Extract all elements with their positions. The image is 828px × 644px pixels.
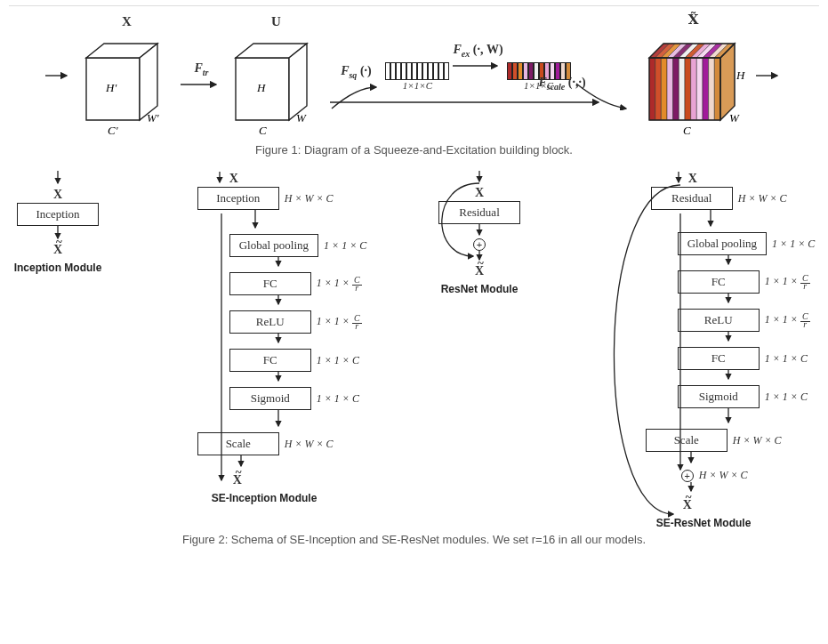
seres-dim-11c-3: 1 × 1 × C <box>765 390 808 404</box>
dim-W2: W <box>729 111 740 125</box>
seres-label-X: X <box>688 172 697 186</box>
dim-H2: H <box>736 68 745 82</box>
seres-dim-hwc-3: H × W × C <box>699 469 748 482</box>
seinc-dim-11cr-1: 1 × 1 × Cr <box>317 276 362 292</box>
dim-Cp: C' <box>108 124 118 137</box>
se-modules-diagram: X Inception X Inception Module X Incepti… <box>9 171 819 529</box>
seres-dim-hwc-1: H × W × C <box>738 192 787 205</box>
seres-dim-11c-2: 1 × 1 × C <box>765 352 808 366</box>
inception-module: X Inception X Inception Module <box>9 171 107 274</box>
seres-box-gp: Global pooling <box>678 232 767 255</box>
tensor-X: X H' W' C' <box>77 14 175 138</box>
seinc-box-inception: Inception <box>197 187 279 210</box>
res-label-Xt: X <box>475 264 484 278</box>
svg-marker-26 <box>696 58 703 120</box>
seinc-dim-11c-2: 1 × 1 × C <box>317 354 359 367</box>
svg-marker-12 <box>655 58 661 120</box>
title-resnet: ResNet Module <box>441 283 519 295</box>
seres-label-Xt: X <box>683 498 692 512</box>
seres-dim-11cr-2: 1 × 1 × Cr <box>765 312 810 328</box>
svg-marker-7 <box>289 44 307 120</box>
seinc-box-fc2: FC <box>229 349 311 372</box>
seres-box-fc2: FC <box>678 347 760 370</box>
label-Ftr: Ftr <box>194 61 208 77</box>
label-Xtilde: X̃ <box>688 12 699 28</box>
seinc-label-Xt: X <box>233 473 242 487</box>
svg-marker-20 <box>679 58 685 120</box>
seres-dim-11cr-1: 1 × 1 × Cr <box>765 274 810 290</box>
seinc-label-X: X <box>229 172 238 186</box>
label-Fex: Fex (·, W) <box>453 43 502 59</box>
dim-W: W <box>296 111 307 125</box>
arrow-Fex: Fex (·, W) <box>453 43 502 71</box>
dim-Hp: H' <box>105 81 117 94</box>
seinc-dim-hwc-1: H × W × C <box>285 192 334 205</box>
label-Xt-inc: X <box>53 243 62 257</box>
svg-marker-16 <box>667 58 673 120</box>
seinc-box-fc1: FC <box>229 272 311 295</box>
label-Fscale: Fscale (·,·) <box>538 76 585 92</box>
svg-marker-24 <box>690 58 696 120</box>
seres-box-fc1: FC <box>678 270 760 294</box>
figure-2: X Inception X Inception Module X Incepti… <box>9 165 819 546</box>
dim-Wp: W' <box>147 111 159 125</box>
svg-marker-22 <box>685 58 691 120</box>
cube-U-svg: H W C <box>227 31 325 138</box>
svg-marker-14 <box>661 58 667 120</box>
se-block-diagram: X H' W' C' Ftr U <box>9 12 819 140</box>
cube-X-svg: H' W' C' <box>77 31 175 138</box>
figure-1: X H' W' C' Ftr U <box>9 5 819 157</box>
figure-2-caption: Figure 2: Schema of SE-Inception and SE-… <box>9 533 819 546</box>
arrow-Ftr: Ftr <box>181 61 221 90</box>
svg-marker-28 <box>703 58 709 120</box>
dim-C: C <box>259 124 267 137</box>
seinc-dim-hwc-2: H × W × C <box>285 438 334 451</box>
dim-vec-1: 1×1×C <box>403 80 432 91</box>
dim-H: H <box>256 81 266 94</box>
title-se-inception: SE-Inception Module <box>212 492 318 504</box>
seres-box-scale: Scale <box>646 429 728 452</box>
se-inception-module: X Inception H × W × C Global pooling 1 ×… <box>157 171 371 504</box>
figure-1-caption: Figure 1: Diagram of a Squeeze-and-Excit… <box>9 143 819 157</box>
svg-marker-18 <box>672 58 679 120</box>
tensor-U: U H W C <box>227 14 325 138</box>
res-add-icon: + <box>473 238 486 251</box>
seinc-dim-11cr-2: 1 × 1 × Cr <box>317 314 362 330</box>
seres-box-sigmoid: Sigmoid <box>678 385 760 408</box>
seres-box-residual: Residual <box>651 187 733 210</box>
squeeze-vector <box>385 62 449 80</box>
arrow-out <box>756 70 783 81</box>
seinc-box-sigmoid: Sigmoid <box>229 387 311 410</box>
svg-marker-32 <box>714 58 720 120</box>
seres-dim-hwc-2: H × W × C <box>733 434 782 447</box>
seinc-box-scale: Scale <box>197 432 279 455</box>
seinc-box-gp: Global pooling <box>229 234 318 257</box>
box-inception-plain: Inception <box>17 203 99 226</box>
seinc-dim-11c-3: 1 × 1 × C <box>317 392 359 406</box>
svg-marker-3 <box>140 44 157 120</box>
svg-marker-30 <box>708 58 714 120</box>
title-inception: Inception Module <box>14 262 102 274</box>
res-box-residual: Residual <box>438 201 520 224</box>
tensor-Xtilde: X̃ H W C <box>637 12 751 140</box>
seres-dim-11c-1: 1 × 1 × C <box>772 237 815 251</box>
seres-add-icon: + <box>681 470 694 482</box>
colored-cube-svg: H W C <box>637 29 751 140</box>
arrow-Fsq: Fsq (·) <box>330 64 382 112</box>
label-U: U <box>271 14 281 29</box>
seinc-box-relu: ReLU <box>229 310 311 334</box>
arrow-in <box>45 70 72 81</box>
label-X-inc: X <box>53 188 62 202</box>
res-label-X: X <box>475 186 484 200</box>
svg-marker-10 <box>649 58 655 120</box>
resnet-module: X Residual + X ResNet Module <box>422 171 537 295</box>
label-X: X <box>122 14 132 29</box>
seres-box-relu: ReLU <box>678 309 760 332</box>
seinc-dim-11c-1: 1 × 1 × C <box>324 239 366 253</box>
title-se-resnet: SE-ResNet Module <box>656 517 752 529</box>
dim-C2: C <box>683 124 691 137</box>
label-Fsq: Fsq (·) <box>341 64 372 80</box>
se-resnet-module: X Residual H × W × C Global pooling 1 × … <box>588 171 819 529</box>
center-paths: Fsq (·) 1×1×C Fex (·, W) 1×1×C <box>330 43 631 109</box>
